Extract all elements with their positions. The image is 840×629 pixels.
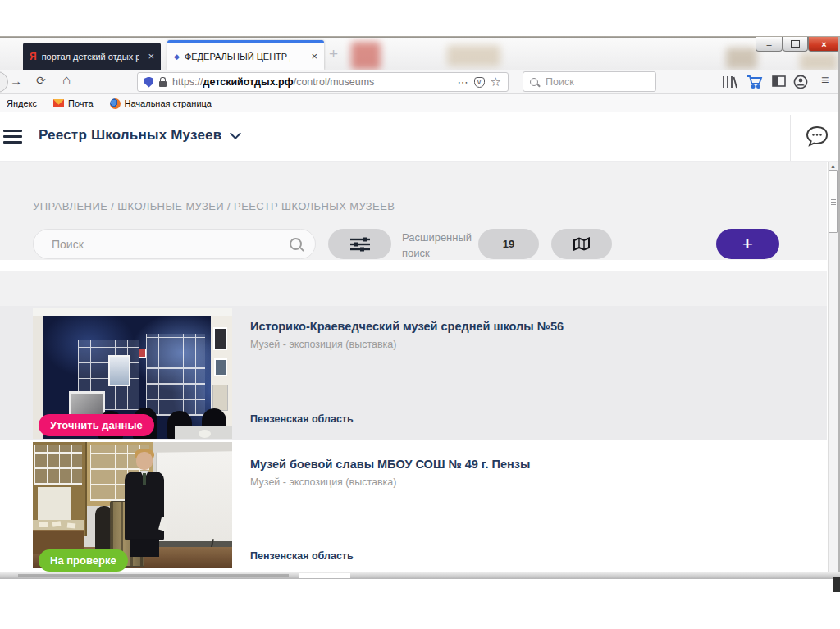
screenshot-root: Я портал детский отдых рф — Я × ◆ ФЕДЕРА… (0, 0, 840, 629)
library-icon[interactable] (721, 75, 737, 89)
menu-icon[interactable]: ≡ (821, 73, 829, 88)
tracking-protection-shield-icon[interactable] (144, 77, 153, 88)
slide-margin-top (0, 0, 840, 36)
browser-search-input[interactable] (544, 75, 637, 89)
url-domain: детскийотдых.рф (203, 76, 294, 88)
tab-label: портал детский отдых рф — Я (42, 52, 139, 62)
map-icon (573, 237, 591, 251)
museum-type: Музей - экспозиция (выставка) (250, 339, 396, 350)
bookmark-label: Яндекс (7, 98, 37, 108)
account-icon[interactable] (793, 75, 808, 89)
url-path: /control/museums (294, 76, 375, 88)
blurred-photo (447, 45, 500, 66)
plus-icon: + (742, 234, 753, 255)
filter-button[interactable] (328, 229, 391, 259)
page-title: Реестр Школьных Музеев (39, 127, 221, 144)
back-button[interactable] (0, 71, 8, 93)
bookmark-home-page[interactable]: Начальная страница (110, 98, 212, 109)
home-icon[interactable]: ⌂ (62, 72, 71, 89)
pocket-icon[interactable]: ∨ (474, 77, 485, 88)
header-divider (790, 115, 791, 161)
status-badge: Уточнить данные (39, 414, 154, 436)
museum-card[interactable]: Музей боевой славы МБОУ СОШ № 49 г. Пенз… (0, 440, 827, 572)
search-icon (290, 238, 302, 250)
search-icon (530, 78, 538, 86)
browser-nav-toolbar: → ⟳ ⌂ https://детскийотдых.рф/control/mu… (0, 70, 840, 94)
blurred-desktop-icon (351, 42, 381, 70)
browser-search-box[interactable] (523, 71, 656, 92)
status-badge: На проверке (39, 549, 128, 572)
scrollbar-thumb[interactable] (829, 170, 838, 233)
museum-search-field[interactable] (33, 229, 316, 259)
maximize-icon (791, 40, 800, 48)
browser-tab-inactive[interactable]: Я портал детский отдых рф — Я × (23, 43, 161, 70)
tab-close-icon[interactable]: × (311, 50, 317, 62)
bottom-edge-segment (18, 574, 289, 577)
address-bar[interactable]: https://детскийотдых.рф/control/museums … (137, 72, 509, 92)
maximize-button[interactable] (783, 37, 808, 52)
close-icon: × (821, 39, 826, 49)
results-count-badge[interactable]: 19 (478, 229, 539, 259)
bookmarks-bar: Яндекс Почта Начальная страница (0, 94, 840, 112)
chat-icon[interactable] (804, 124, 830, 150)
sliders-icon (349, 237, 371, 252)
https-lock-icon[interactable] (159, 81, 167, 87)
minimize-icon: – (766, 39, 771, 49)
chevron-down-icon (230, 128, 241, 139)
tab-label: ФЕДЕРАЛЬНЫЙ ЦЕНТР ДЕТСК (185, 52, 290, 62)
bookmark-label: Почта (68, 98, 94, 108)
url-scheme: https:// (172, 76, 203, 88)
close-button[interactable]: × (808, 37, 840, 52)
museum-region: Пензенская область (250, 413, 354, 425)
yandex-favicon: Я (30, 51, 37, 62)
museum-region: Пензенская область (250, 550, 354, 562)
reload-icon[interactable]: ⟳ (36, 74, 46, 87)
advanced-search-link[interactable]: Расширенный поиск (402, 230, 481, 262)
tab-close-icon[interactable]: × (148, 50, 154, 62)
bookmark-star-icon[interactable]: ☆ (491, 75, 501, 89)
museum-title: Историко-Краеведческий музей средней шко… (250, 320, 564, 333)
museum-type: Музей - экспозиция (выставка) (250, 476, 396, 488)
site-favicon: ◆ (174, 52, 180, 61)
registry-title-dropdown[interactable]: Реестр Школьных Музеев (39, 127, 240, 144)
new-tab-button[interactable]: + (329, 45, 338, 63)
blurred-photo (800, 52, 838, 70)
forward-icon[interactable]: → (10, 74, 22, 88)
cart-icon[interactable] (746, 75, 765, 89)
add-museum-button[interactable]: + (716, 229, 779, 259)
map-view-button[interactable] (551, 229, 612, 259)
section-separator (0, 260, 827, 271)
sidebar-icon[interactable] (772, 75, 787, 88)
blurred-photo (726, 48, 757, 69)
bookmark-mail[interactable]: Почта (53, 98, 94, 108)
firefox-icon (110, 98, 121, 109)
page-actions-icon[interactable]: ⋯ (458, 76, 468, 89)
browser-tab-active[interactable]: ◆ ФЕДЕРАЛЬНЫЙ ЦЕНТР ДЕТСК × (167, 40, 324, 70)
minimize-button[interactable]: – (756, 37, 783, 52)
page-url[interactable]: https://детскийотдых.рф/control/museums (172, 76, 374, 88)
museum-search-input[interactable] (50, 237, 283, 252)
museum-card[interactable]: Историко-Краеведческий музей средней шко… (0, 306, 827, 440)
bottom-right-mark (833, 577, 840, 592)
museum-title: Музей боевой славы МБОУ СОШ № 49 г. Пенз… (250, 458, 530, 471)
bottom-edge-segment (299, 573, 350, 578)
app-header: Реестр Школьных Музеев (0, 112, 840, 162)
mail-icon (53, 99, 64, 107)
scrollbar-up-arrow[interactable]: ▲ (830, 163, 836, 169)
bookmark-yandex[interactable]: Яндекс (7, 98, 37, 108)
bookmark-label: Начальная страница (125, 98, 212, 108)
breadcrumb: УПРАВЛЕНИЕ / ШКОЛЬНЫЕ МУЗЕИ / РЕЕСТР ШКО… (33, 200, 395, 212)
